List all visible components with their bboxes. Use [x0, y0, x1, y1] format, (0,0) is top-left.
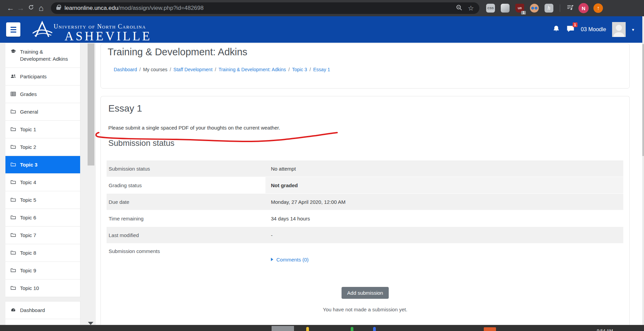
folder-icon — [11, 215, 16, 220]
browser-update-icon[interactable]: ↑ — [593, 3, 603, 13]
drawer-toggle-button[interactable] — [6, 22, 20, 37]
browser-home-icon[interactable]: ⌂ — [36, 3, 46, 13]
zoom-page-icon[interactable] — [456, 4, 462, 12]
cube-extension-icon[interactable] — [501, 4, 510, 13]
ublock-extension-icon[interactable]: U01 — [515, 4, 524, 13]
sidebar-item-grades[interactable]: Grades — [5, 85, 80, 103]
sidebar-item-dashboard[interactable]: Dashboard — [5, 301, 80, 319]
taskbar-app-icon[interactable] — [351, 327, 353, 331]
browser-scrollbar-thumb[interactable] — [642, 44, 644, 156]
unca-logo-mark — [33, 18, 52, 41]
notifications-bell-icon[interactable] — [552, 25, 560, 34]
sidebar-item-topic-4[interactable]: Topic 4 — [5, 173, 80, 191]
sidebar-item-topic-6[interactable]: Topic 6 — [5, 209, 80, 226]
taskbar-app-icon[interactable] — [373, 327, 376, 331]
breadcrumb-dashboard[interactable]: Dashboard — [114, 67, 137, 72]
css-extension-icon[interactable]: CSS — [486, 4, 495, 13]
sidebar-item-topic-7[interactable]: Topic 7 — [5, 226, 80, 244]
honey-extension-icon[interactable]: h — [545, 4, 553, 13]
sidebar-item-topic-2[interactable]: Topic 2 — [5, 138, 80, 156]
sidebar-item-topic-10[interactable]: Topic 10 — [5, 279, 80, 297]
add-submission-button[interactable]: Add submission — [342, 287, 389, 299]
assignment-card: Essay 1 Please submit a single spaced PD… — [100, 96, 630, 331]
graduation-cap-icon — [11, 49, 16, 54]
logo-line2: ASHEVILLE — [65, 29, 152, 43]
sidebar-item-topic-5[interactable]: Topic 5 — [5, 191, 80, 209]
folder-icon — [11, 144, 16, 150]
browser-profile-avatar[interactable]: N — [578, 3, 589, 13]
table-row: Submission status No attempt — [107, 160, 623, 177]
expand-triangle-icon — [271, 258, 273, 261]
row-value: 34 days 14 hours — [265, 216, 623, 221]
breadcrumb-my-courses: My courses — [143, 67, 167, 72]
bookmark-star-icon[interactable]: ☆ — [468, 4, 474, 12]
taskbar-app-icon[interactable] — [306, 327, 309, 331]
breadcrumb: Dashboard/My courses/Staff Development/T… — [114, 67, 330, 72]
os-taskbar: 9:54 AM — [0, 325, 644, 331]
submission-status-table: Submission status No attempt Grading sta… — [107, 160, 623, 277]
avatar-extension-icon[interactable] — [530, 4, 539, 13]
drawer-scrollbar-thumb[interactable] — [88, 43, 94, 166]
sidebar-item-topic-3[interactable]: Topic 3 — [5, 156, 80, 173]
browser-back-icon[interactable]: ← — [5, 4, 16, 13]
taskbar-active-app[interactable] — [272, 326, 294, 331]
screenshot-root: ← → ⌂ learnonline.unca.edu/mod/assign/vi… — [0, 0, 644, 331]
table-row: Due date Monday, 27 April 2020, 12:00 AM — [107, 194, 623, 210]
table-row: Submission comments Comments (0) — [107, 244, 623, 277]
folder-icon — [11, 232, 16, 238]
sidebar-item-topic-1[interactable]: Topic 1 — [5, 120, 80, 138]
table-row: Grading status Not graded — [107, 177, 623, 194]
nav-drawer: Training & Development: Adkins Participa… — [0, 43, 96, 331]
url-text[interactable]: learnonline.unca.edu/mod/assign/view.php… — [65, 5, 450, 12]
breadcrumb-course[interactable]: Training & Development: Adkins — [219, 67, 286, 72]
dashboard-gauge-icon — [11, 307, 16, 313]
folder-icon — [11, 285, 16, 291]
row-label: Submission status — [107, 166, 265, 172]
breadcrumb-essay-1[interactable]: Essay 1 — [313, 67, 330, 72]
row-label: Last modified — [107, 232, 265, 238]
moodle-header: University of North Carolina ASHEVILLE 1… — [0, 16, 642, 43]
user-avatar[interactable] — [612, 22, 626, 37]
header-right-cluster: 1 03 Moodle ▾ — [552, 16, 634, 43]
row-value: Comments (0) — [265, 244, 623, 262]
sidebar-item-topic-8[interactable]: Topic 8 — [5, 244, 80, 261]
row-value: - — [265, 232, 623, 238]
browser-reload-icon[interactable] — [26, 4, 36, 13]
no-submission-text: You have not made a submission yet. — [101, 307, 629, 312]
row-label: Submission comments — [107, 244, 265, 254]
reading-list-icon[interactable] — [567, 4, 574, 13]
row-value: Not graded — [265, 177, 623, 193]
messages-icon[interactable]: 1 — [566, 25, 575, 35]
users-icon — [11, 74, 16, 79]
sidebar-item-topic-9[interactable]: Topic 9 — [5, 261, 80, 279]
drawer-scroll-down-arrow[interactable] — [88, 322, 93, 325]
taskbar-app-icon[interactable] — [484, 327, 496, 331]
row-value: No attempt — [265, 166, 623, 172]
browser-scrollbar-track[interactable] — [642, 16, 644, 325]
folder-icon — [11, 250, 16, 255]
user-menu-caret-icon[interactable]: ▾ — [632, 27, 634, 32]
https-lock-icon[interactable] — [56, 7, 60, 10]
course-header-card: Training & Development: Adkins Dashboard… — [100, 43, 630, 89]
assignment-title: Essay 1 — [108, 103, 142, 114]
breadcrumb-topic-3[interactable]: Topic 3 — [292, 67, 307, 72]
submission-status-heading: Submission status — [108, 138, 174, 148]
page-title: Training & Development: Adkins — [108, 46, 247, 58]
sidebar-item-course[interactable]: Training & Development: Adkins — [5, 43, 80, 67]
address-bar[interactable]: learnonline.unca.edu/mod/assign/view.php… — [51, 2, 479, 14]
logged-in-user-label[interactable]: 03 Moodle — [581, 26, 606, 33]
folder-icon — [11, 162, 16, 167]
browser-toolbar: ← → ⌂ learnonline.unca.edu/mod/assign/vi… — [0, 0, 644, 16]
extensions-row: CSS U01 h — [486, 4, 574, 13]
comments-link[interactable]: Comments (0) — [271, 257, 309, 262]
browser-forward-icon[interactable]: → — [16, 4, 26, 13]
breadcrumb-staff-development[interactable]: Staff Development — [173, 67, 213, 72]
sidebar-item-general[interactable]: General — [5, 103, 80, 120]
unca-logo[interactable]: University of North Carolina ASHEVILLE — [33, 18, 152, 43]
folder-icon — [11, 197, 16, 202]
toolbar-divider — [560, 4, 560, 12]
table-row: Time remaining 34 days 14 hours — [107, 210, 623, 227]
course-nav-block: Training & Development: Adkins Participa… — [5, 43, 80, 297]
messages-badge: 1 — [573, 22, 577, 27]
sidebar-item-participants[interactable]: Participants — [5, 67, 80, 85]
